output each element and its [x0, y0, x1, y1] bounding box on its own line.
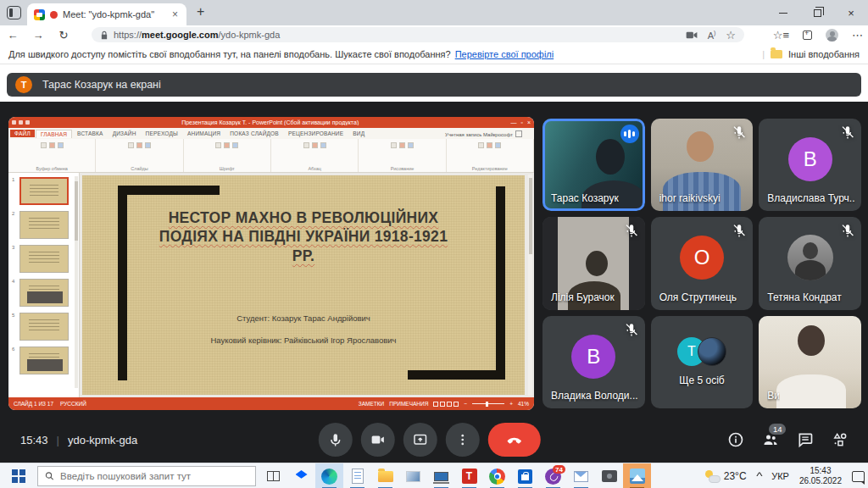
start-button[interactable] [0, 463, 37, 488]
participant-tile[interactable]: Ви [759, 316, 861, 408]
minimize-button[interactable] [766, 0, 800, 25]
avatar-initial: О [694, 246, 710, 269]
window-controls: × [766, 0, 868, 25]
taskbar-search[interactable] [37, 466, 256, 486]
collections-icon[interactable] [803, 30, 812, 40]
chat-icon [797, 431, 814, 448]
browser-menu-icon[interactable]: ⋯ [852, 29, 863, 42]
ppt-ribbon-group: Шрифт [184, 139, 271, 172]
dropbox-icon[interactable] [287, 463, 315, 488]
display-icon[interactable] [427, 463, 455, 488]
participant-tile[interactable]: ihor raikivskyi [651, 119, 754, 211]
mic-muted-icon [732, 223, 747, 238]
tab-close-icon[interactable]: × [170, 8, 180, 20]
participants-grid: Тарас Козарук ihor raikivskyi [542, 119, 861, 408]
read-aloud-icon[interactable]: A) [708, 30, 716, 41]
mail-icon[interactable] [567, 463, 595, 488]
back-icon[interactable]: ← [0, 29, 25, 42]
favorites-bar: Для швидкого доступу помістіть свої впод… [0, 44, 868, 64]
url-bar[interactable]: https://meet.google.com/ydo-kpmk-gda A) … [92, 27, 744, 42]
slide-thumbnail: 4 [12, 279, 76, 307]
store-icon[interactable] [511, 463, 539, 488]
camera-button[interactable] [361, 423, 395, 457]
participant-tile[interactable]: Тетяна Кондрат [759, 217, 861, 309]
meeting-details-button[interactable] [727, 431, 744, 448]
close-button[interactable]: × [834, 0, 868, 25]
zoom-slider [472, 403, 504, 404]
slide-thumbnail: 3 [12, 245, 76, 273]
more-options-button[interactable] [446, 423, 480, 457]
slide-student-line: Студент: Козарук Тарас Андрійович [126, 313, 481, 323]
avatar-initial: В [587, 345, 600, 369]
mic-muted-icon [624, 322, 639, 337]
slide-thumbnail: 6 [12, 347, 76, 374]
participant-tile[interactable]: О Оля Струтинець [651, 217, 754, 309]
participant-tile[interactable]: В Владика Володи... [542, 316, 645, 408]
participant-tile[interactable]: В Владислава Турч... [759, 119, 861, 211]
proofing-language: РУССКИЙ [60, 401, 86, 407]
camera-app-icon[interactable] [595, 463, 623, 488]
presenter-avatar: T [15, 76, 32, 93]
mic-muted-icon [840, 125, 855, 140]
microphone-button[interactable] [319, 423, 353, 457]
favorites-message: Для швидкого доступу помістіть свої впод… [8, 49, 451, 59]
camera-access-icon[interactable] [686, 30, 698, 40]
divider: | [762, 49, 765, 59]
chrome-icon[interactable] [483, 463, 511, 488]
notes-button: ЗАМЕТКИ [359, 401, 384, 407]
participant-avatar: О [680, 236, 724, 280]
forward-icon[interactable]: → [25, 29, 51, 42]
meeting-time: 15:43 [20, 434, 48, 446]
meet-controls: 15:43 | ydo-kpmk-gda [0, 417, 868, 463]
camera-icon [370, 432, 386, 447]
profile-avatar[interactable] [826, 29, 838, 42]
other-favorites-button[interactable]: Інші вподобання [788, 49, 860, 59]
language-indicator[interactable]: УКР [771, 471, 789, 481]
participant-tile[interactable]: Лілія Бурачок [542, 217, 645, 309]
t-app-icon[interactable]: T [455, 463, 483, 488]
ppt-ribbon-group: Абзац [271, 139, 359, 172]
ppt-ribbon-tab: ВИД [348, 130, 369, 137]
viber-icon[interactable]: 74 [539, 463, 567, 488]
mic-muted-icon [624, 223, 639, 238]
task-view-icon[interactable] [259, 463, 287, 488]
taskbar-clock[interactable]: 15:43 26.05.2022 [799, 466, 842, 487]
add-favorite-icon[interactable]: ☆ [726, 29, 736, 42]
participants-button[interactable]: 14 [761, 431, 780, 448]
ppt-ribbon-tab: ДИЗАЙН [108, 130, 141, 137]
participant-tile[interactable]: Т Ще 5 осіб [651, 316, 754, 408]
screen: Meet: "ydo-kpmk-gda" × + × ← → ↻ https:/… [0, 0, 868, 488]
avatar-initial: В [804, 147, 817, 171]
photos-icon[interactable] [623, 463, 651, 488]
end-call-button[interactable] [488, 423, 541, 457]
ppt-window-controls: —▫× [510, 119, 531, 125]
favorites-icon[interactable]: ☆≡ [773, 29, 789, 42]
workspaces-icon[interactable] [7, 6, 21, 19]
check-profiles-link[interactable]: Перевірте свої профілі [455, 49, 554, 59]
word-icon[interactable] [343, 463, 371, 488]
tray-expand-icon[interactable]: ^ [756, 470, 762, 482]
chat-button[interactable] [797, 431, 814, 448]
title-slide: НЕСТОР МАХНО В РЕВОЛЮЦІЙНИХ ПОДІЯХ НА ПІ… [82, 175, 525, 395]
new-tab-button[interactable]: + [197, 4, 204, 19]
restore-button[interactable] [800, 0, 834, 25]
action-center-icon[interactable] [852, 471, 865, 482]
tab-title: Meet: "ydo-kpmk-gda" [63, 9, 165, 19]
activities-button[interactable] [831, 431, 849, 448]
explorer-icon[interactable] [371, 463, 399, 488]
present-button[interactable] [403, 423, 437, 457]
browser-tab[interactable]: Meet: "ydo-kpmk-gda" × [27, 3, 186, 25]
ppt-ribbon-tab: ПОКАЗ СЛАЙДОВ [225, 130, 283, 137]
search-input[interactable] [60, 471, 248, 481]
lock-icon [100, 30, 108, 40]
search-icon [45, 471, 54, 481]
slide-advisor-line: Науковий керівник: Райківський Ігор Ярос… [118, 336, 490, 345]
refresh-icon[interactable]: ↻ [51, 29, 76, 42]
edge-icon[interactable] [315, 463, 343, 488]
ppt-ribbon-group: Слайды [96, 139, 183, 172]
participant-tile[interactable]: Тарас Козарук [542, 119, 645, 211]
weather-widget[interactable]: 23°C [705, 470, 747, 482]
url-text: https://meet.google.com/ydo-kpmk-gda [114, 30, 681, 40]
photos-viewer-icon[interactable] [399, 463, 427, 488]
presentation-share[interactable]: Презентация Козарук Т. - PowerPoint (Сбо… [8, 117, 534, 410]
